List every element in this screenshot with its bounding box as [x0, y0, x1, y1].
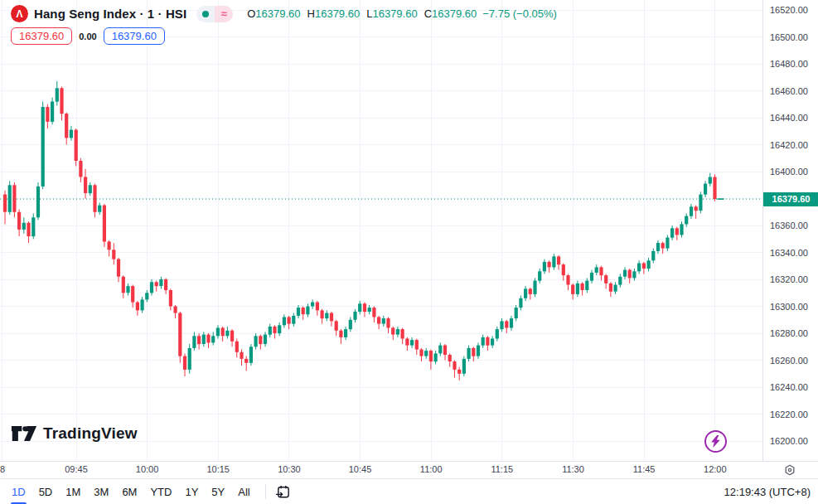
candle	[453, 361, 456, 378]
candle	[93, 184, 96, 218]
sell-price-button[interactable]: 16379.60	[11, 27, 72, 45]
candle	[666, 235, 669, 251]
candle	[609, 282, 612, 297]
candlestick-chart[interactable]	[0, 0, 762, 461]
candle	[349, 317, 352, 332]
range-button-3m[interactable]: 3M	[87, 479, 115, 504]
candle	[216, 325, 220, 338]
candle	[429, 350, 433, 370]
candle	[566, 274, 569, 291]
candle	[548, 260, 551, 273]
candle	[391, 327, 394, 340]
candle	[136, 301, 139, 316]
candle	[405, 337, 409, 351]
range-button-all[interactable]: All	[231, 479, 256, 504]
candle	[457, 367, 461, 380]
candle	[264, 332, 267, 346]
ohlc-item: L16379.60	[366, 7, 417, 20]
current-price-label: 16379.60	[763, 192, 818, 206]
spread-value: 0.00	[79, 32, 96, 41]
go-to-date-icon	[275, 484, 291, 500]
candle	[486, 336, 489, 351]
candle	[604, 274, 607, 289]
candle	[51, 98, 54, 125]
candle	[60, 87, 63, 121]
candle	[202, 332, 206, 346]
price-tick-label: 16360.00	[770, 220, 808, 230]
candle	[174, 305, 177, 318]
candle	[642, 262, 646, 274]
symbol-title[interactable]: Hang Seng Index · 1 · HSI	[34, 7, 186, 21]
candle	[192, 332, 196, 351]
boost-button[interactable]	[704, 430, 727, 453]
candle	[419, 348, 423, 361]
range-button-5y[interactable]: 5Y	[205, 479, 231, 504]
candle	[145, 290, 148, 303]
range-button-ytd[interactable]: YTD	[143, 479, 178, 504]
candle	[103, 204, 106, 247]
range-button-5d[interactable]: 5D	[32, 479, 60, 504]
time-axis[interactable]: 809:4510:0010:1510:3010:4511:0011:1511:3…	[0, 461, 818, 479]
candle	[524, 286, 527, 301]
lightning-icon	[710, 435, 721, 448]
price-tick-label: 16280.00	[770, 328, 808, 338]
candle	[670, 225, 674, 240]
candle	[330, 312, 333, 327]
buy-price-button[interactable]: 16379.60	[104, 27, 165, 45]
time-tick-label: 11:30	[562, 464, 584, 474]
date-range-toolbar: 1D5D1M3M6MYTD1Y5YAll 12:19:43 (UTC+8)	[0, 478, 818, 504]
candle	[273, 325, 276, 338]
tradingview-logo-text: TradingView	[43, 424, 138, 443]
candle	[244, 356, 248, 371]
candle	[150, 279, 153, 296]
range-button-1m[interactable]: 1M	[59, 479, 87, 504]
candle	[462, 356, 466, 376]
range-button-6m[interactable]: 6M	[115, 479, 143, 504]
candle	[543, 259, 546, 274]
candle	[576, 281, 579, 298]
range-buttons: 1D5D1M3M6MYTD1Y5YAll	[5, 479, 257, 504]
time-tick-label: 11:00	[420, 464, 443, 474]
range-button-1d[interactable]: 1D	[5, 479, 32, 504]
candle	[699, 191, 702, 213]
candle	[254, 333, 258, 350]
ohlc-values: O16379.60H16379.60L16379.60C16379.60	[247, 7, 477, 20]
candle	[269, 324, 272, 337]
candle	[599, 266, 603, 281]
price-tick-label: 16320.00	[770, 274, 808, 284]
price-axis[interactable]: 16379.60 16520.0016500.0016480.0016460.0…	[762, 0, 818, 461]
candle	[482, 335, 485, 348]
candle	[353, 309, 356, 322]
price-tick-label: 16340.00	[770, 248, 808, 258]
axis-settings-gear-icon[interactable]	[783, 463, 796, 477]
candle	[590, 270, 593, 284]
candle	[472, 346, 475, 361]
candle	[311, 299, 314, 308]
candle	[637, 260, 641, 274]
candle	[675, 227, 679, 240]
candle	[84, 169, 87, 199]
tradingview-brand[interactable]: TradingView	[11, 424, 138, 443]
candle	[8, 181, 12, 215]
ohlc-item: H16379.60	[307, 7, 361, 20]
candle	[632, 269, 636, 281]
time-tick-label: 10:15	[206, 464, 230, 474]
hsi-symbol-logo[interactable]: Λ	[11, 5, 28, 22]
price-tick-label: 16420.00	[770, 140, 808, 150]
candle	[56, 81, 59, 105]
candle	[382, 316, 385, 327]
candle	[112, 243, 115, 264]
candle	[79, 158, 82, 182]
candle	[75, 128, 78, 167]
symbol-header: Λ Hang Seng Index · 1 · HSI ≈ O16379.60H…	[11, 5, 557, 22]
candle	[424, 348, 428, 359]
candle	[22, 217, 26, 234]
market-status-pill[interactable]: ≈	[196, 6, 233, 22]
candle	[197, 333, 201, 350]
candle	[709, 173, 712, 187]
range-button-1y[interactable]: 1Y	[178, 479, 205, 504]
candle	[505, 320, 508, 333]
price-change: −7.75 (−0.05%)	[482, 7, 557, 20]
go-to-date-button[interactable]	[274, 482, 293, 501]
trade-buttons-row: 16379.60 0.00 16379.60	[11, 27, 165, 45]
